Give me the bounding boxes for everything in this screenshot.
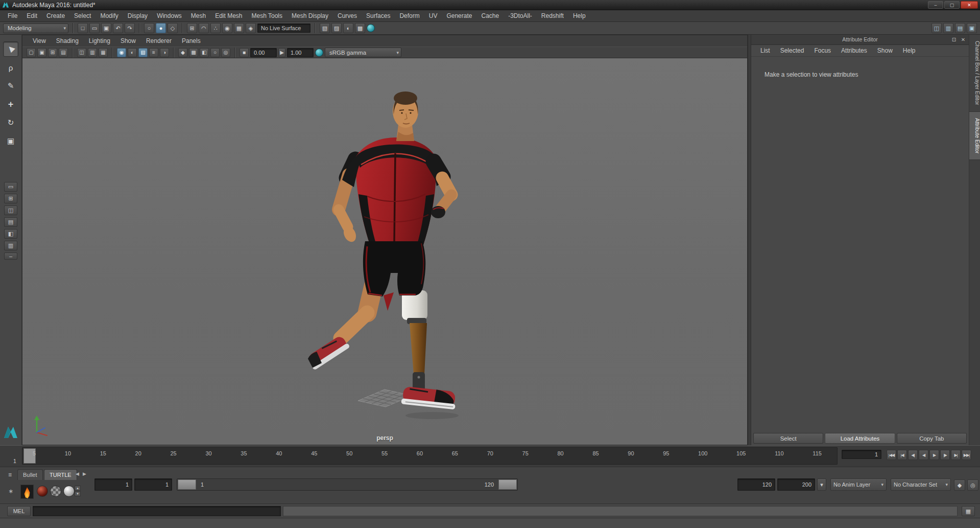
bookmarks-icon[interactable]: ▤	[59, 48, 68, 57]
image-plane-icon[interactable]: ◫	[77, 48, 86, 57]
menu-3dtoall[interactable]: -3DtoAll-	[504, 10, 537, 21]
timeline-tick[interactable]: 25	[171, 450, 177, 456]
select-object-button[interactable]: ●	[156, 23, 166, 33]
vp-menu-show[interactable]: Show	[115, 35, 141, 47]
timeline-tick[interactable]: 30	[205, 450, 211, 456]
panel-divider[interactable]	[748, 35, 751, 445]
ae-menu-help[interactable]: Help	[898, 45, 921, 56]
timeline-tick[interactable]: 65	[452, 450, 458, 456]
xray-icon[interactable]: ■	[240, 48, 249, 57]
time-slider-track[interactable]: 5 10 15 20 25 30 35 40 45 50 55 60 65 70…	[22, 447, 838, 465]
current-time-field[interactable]: 1	[842, 450, 881, 459]
auto-keyframe-icon[interactable]: ◆	[954, 479, 965, 491]
ae-menu-list[interactable]: List	[755, 45, 775, 56]
menu-edit[interactable]: Edit	[22, 10, 42, 21]
copy-tab-button[interactable]: Copy Tab	[897, 433, 967, 444]
make-live-button[interactable]: ◈	[246, 23, 256, 33]
oversan-icon[interactable]: ▦	[99, 48, 108, 57]
range-start-handle[interactable]	[178, 479, 196, 490]
viewport-canvas[interactable]: persp	[22, 58, 747, 445]
lasso-tool-button[interactable]: ρ	[3, 60, 18, 75]
2d-pan-zoom-icon[interactable]: ▥	[88, 48, 97, 57]
move-tool-button[interactable]: +	[3, 97, 18, 112]
ae-menu-focus[interactable]: Focus	[809, 45, 836, 56]
mode-selector-dropdown[interactable]: Modeling ▾	[3, 24, 68, 33]
vp-menu-view[interactable]: View	[28, 35, 51, 47]
range-end-handle[interactable]	[498, 479, 517, 490]
construction-history-button[interactable]: ▧	[320, 23, 330, 33]
menu-surfaces[interactable]: Surfaces	[362, 10, 395, 21]
layout-minimize-button[interactable]: –	[4, 252, 17, 260]
menu-grip-icon[interactable]: ≡	[8, 471, 12, 478]
spinner-down-icon[interactable]: ▾	[75, 491, 81, 496]
menu-generate[interactable]: Generate	[442, 10, 476, 21]
command-line-language-button[interactable]: MEL	[7, 506, 31, 516]
mel-command-input[interactable]	[33, 506, 281, 516]
timeline-tick[interactable]: 5	[33, 450, 36, 456]
material-swatch-white[interactable]	[63, 486, 75, 497]
menu-select[interactable]: Select	[69, 10, 95, 21]
timeline-tick[interactable]: 60	[417, 450, 423, 456]
go-to-start-button[interactable]: |◀◀	[887, 450, 896, 460]
timeline-tick[interactable]: 50	[346, 450, 352, 456]
timeline-tick[interactable]: 70	[487, 450, 493, 456]
timeline-tick[interactable]: 15	[100, 450, 106, 456]
menu-cache[interactable]: Cache	[476, 10, 504, 21]
scale-tool-button[interactable]: ▣	[3, 133, 18, 149]
timeline-tick[interactable]: 105	[736, 450, 746, 456]
menu-create[interactable]: Create	[42, 10, 69, 21]
material-swatch-checker[interactable]	[50, 486, 61, 497]
snap-point-button[interactable]: ∴	[210, 23, 221, 33]
tab-attribute-editor[interactable]: Attribute Editor	[969, 112, 980, 160]
step-forward-frame-button[interactable]: |▶	[940, 450, 950, 460]
spinner-up-icon[interactable]: ▴	[75, 486, 81, 491]
tab-bullet[interactable]: Bullet	[17, 469, 43, 480]
load-attributes-button[interactable]: Load Attributes	[825, 433, 895, 444]
gear-icon[interactable]: ∗	[8, 488, 13, 495]
menu-file[interactable]: File	[3, 10, 22, 21]
flame-shelf-tile[interactable]	[20, 485, 34, 499]
script-editor-icon[interactable]: ▦	[962, 506, 975, 516]
tab-turtle[interactable]: TURTLE	[44, 469, 77, 480]
range-options-caret[interactable]: ▾	[817, 478, 826, 491]
select-component-button[interactable]: ◇	[168, 23, 178, 33]
new-scene-button[interactable]: □	[78, 23, 88, 33]
lock-camera-icon[interactable]: ▣	[37, 48, 46, 57]
menu-deform[interactable]: Deform	[395, 10, 424, 21]
exposure-field[interactable]: 0.00	[250, 48, 277, 57]
animation-end-field[interactable]: 200	[777, 478, 815, 491]
menu-display[interactable]: Display	[123, 10, 152, 21]
step-back-key-button[interactable]: |◀	[897, 450, 907, 460]
ae-menu-attributes[interactable]: Attributes	[836, 45, 872, 56]
wireframe-mode-icon[interactable]: ◉	[117, 48, 126, 57]
menu-uv[interactable]: UV	[424, 10, 442, 21]
timeline-tick[interactable]: 55	[381, 450, 388, 456]
render-settings-icon[interactable]	[367, 24, 375, 32]
ae-menu-selected[interactable]: Selected	[775, 45, 809, 56]
use-all-lights-icon[interactable]: ≡	[149, 48, 158, 57]
workspace-outliner-icon[interactable]: ▥	[943, 23, 953, 33]
playback-start-field[interactable]: 1	[134, 478, 172, 491]
vp-menu-renderer[interactable]: Renderer	[141, 35, 177, 47]
tab-channel-box-layer-editor[interactable]: Channel Box / Layer Editor	[969, 35, 980, 112]
menu-modify[interactable]: Modify	[95, 10, 123, 21]
timeline-tick[interactable]: 35	[241, 450, 247, 456]
select-tool-button[interactable]: ▶	[3, 41, 18, 57]
snap-grid-button[interactable]: ⊞	[187, 23, 197, 33]
save-scene-button[interactable]: ▣	[101, 23, 111, 33]
layout-four-view-button[interactable]: ⊞	[4, 194, 17, 203]
menu-help[interactable]: Help	[568, 10, 590, 21]
render-current-frame-button[interactable]: ◐	[343, 23, 353, 33]
motion-blur-icon[interactable]: ▩	[189, 48, 198, 57]
timeline-tick[interactable]: 80	[557, 450, 563, 456]
tab-scroll-right-icon[interactable]: ▶	[83, 471, 86, 476]
step-forward-key-button[interactable]: ▶|	[951, 450, 961, 460]
snap-center-button[interactable]: ◉	[222, 23, 232, 33]
timeline-tick[interactable]: 10	[65, 450, 71, 456]
layout-hypershade-button[interactable]: ◧	[4, 229, 17, 239]
menu-windows[interactable]: Windows	[152, 10, 186, 21]
ae-menu-show[interactable]: Show	[872, 45, 898, 56]
select-button[interactable]: Select	[753, 433, 823, 444]
exposure-toggle-icon[interactable]: ▶	[278, 48, 285, 57]
menu-edit-mesh[interactable]: Edit Mesh	[210, 10, 247, 21]
